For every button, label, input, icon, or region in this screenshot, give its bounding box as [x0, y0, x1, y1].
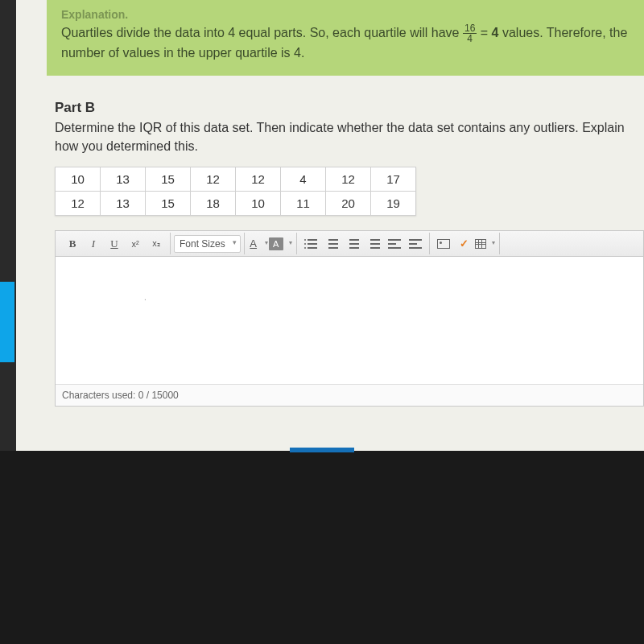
image-icon [437, 239, 450, 249]
italic-button[interactable]: I [83, 234, 104, 254]
bullet-list-button[interactable] [300, 234, 321, 254]
data-cell: 13 [101, 167, 146, 192]
table-row: 12 13 15 18 10 11 20 19 [56, 192, 416, 216]
part-b-title: Part B [55, 100, 630, 116]
character-counter: Characters used: 0 / 15000 [56, 384, 643, 406]
char-count-value: 0 / 15000 [138, 390, 179, 401]
fraction-16-over-4: 16 4 [463, 23, 477, 43]
part-b-prompt: Determine the IQR of this data set. Then… [55, 119, 630, 155]
table-row: 10 13 15 12 12 4 12 17 [56, 167, 416, 192]
table-icon [475, 239, 486, 249]
data-cell: 12 [236, 167, 281, 192]
subscript-button[interactable]: x₂ [146, 234, 167, 254]
indent-icon [367, 239, 380, 249]
data-cell: 11 [281, 192, 326, 216]
outdent-button[interactable] [342, 234, 363, 254]
underline-button[interactable]: U [104, 234, 125, 254]
numbered-list-button[interactable] [321, 234, 342, 254]
explanation-title: Explanation. [61, 6, 630, 23]
explanation-panel: Explanation. Quartiles divide the data i… [47, 0, 644, 76]
editor-textarea[interactable]: . [56, 257, 643, 384]
data-cell: 12 [326, 167, 371, 192]
monitor-bezel [0, 451, 644, 644]
data-cell: 13 [101, 192, 146, 216]
data-cell: 12 [56, 192, 101, 216]
cursor-mark: . [144, 293, 147, 302]
data-cell: 18 [191, 192, 236, 216]
explanation-line2: number of values in the upper quartile i… [61, 46, 304, 60]
outdent-icon [346, 239, 359, 249]
window-edge-accent [0, 282, 14, 362]
data-cell: 15 [146, 167, 191, 192]
numbered-list-icon [325, 239, 338, 249]
align-right-icon [409, 239, 422, 249]
indent-button[interactable] [363, 234, 384, 254]
data-cell: 20 [326, 192, 371, 216]
data-cell: 4 [281, 167, 326, 192]
rich-text-editor: B I U x² x₂ Font Sizes A A [55, 230, 644, 407]
page-viewport: Explanation. Quartiles divide the data i… [16, 0, 644, 451]
editor-toolbar: B I U x² x₂ Font Sizes A A [56, 231, 643, 257]
data-cell: 15 [146, 192, 191, 216]
data-table: 10 13 15 12 12 4 12 17 12 13 15 18 10 11… [55, 167, 416, 216]
align-center-icon [388, 239, 401, 249]
explanation-line1a: Quartiles divide the data into 4 equal p… [61, 26, 463, 39]
data-cell: 19 [371, 192, 416, 216]
data-cell: 12 [191, 167, 236, 192]
align-right-button[interactable] [405, 234, 426, 254]
equation-button[interactable]: ✓ [454, 234, 475, 254]
taskbar-accent [290, 448, 354, 452]
superscript-button[interactable]: x² [125, 234, 146, 254]
part-b-section: Part B Determine the IQR of this data se… [16, 76, 644, 407]
insert-image-button[interactable] [433, 234, 454, 254]
font-size-select[interactable]: Font Sizes [174, 235, 241, 253]
highlight-color-button[interactable]: A [269, 234, 293, 254]
bullet-list-icon [304, 239, 317, 249]
text-color-button[interactable]: A [248, 234, 269, 254]
bold-button[interactable]: B [62, 234, 83, 254]
data-cell: 17 [371, 167, 416, 192]
align-center-button[interactable] [384, 234, 405, 254]
explanation-text: Quartiles divide the data into 4 equal p… [61, 23, 630, 63]
insert-table-button[interactable] [475, 234, 496, 254]
data-cell: 10 [236, 192, 281, 216]
data-cell: 10 [56, 167, 101, 192]
